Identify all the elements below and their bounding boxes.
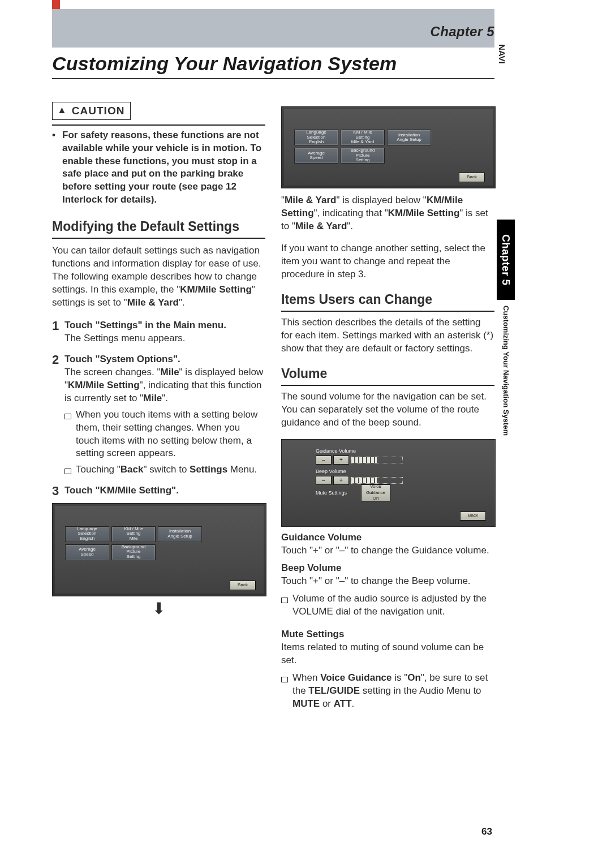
- nav-btn-install[interactable]: InstallationAngle Setup: [387, 130, 431, 145]
- nav-btn-bgpicture[interactable]: BackgroundPictureSetting: [341, 148, 385, 164]
- volume-intro: The sound volume for the navigation can …: [281, 390, 494, 429]
- volume-screenshot: Guidance Volume – + Beep Volume – + Mute…: [281, 439, 496, 527]
- gv-plus-button[interactable]: +: [333, 456, 349, 465]
- left-column: ▲ CAUTION • For safety reasons, these fu…: [52, 102, 265, 711]
- bv-minus-button[interactable]: –: [316, 476, 332, 485]
- gv-label: Guidance Volume: [316, 448, 356, 454]
- manual-page: Chapter 5 Customizing Your Navigation Sy…: [0, 0, 611, 868]
- mute-note-text: When Voice Guidance is "On", be sure to …: [292, 672, 494, 711]
- vol-note-1: Volume of the audio source is adjusted b…: [281, 592, 494, 618]
- caution-text: For safety reasons, these functions are …: [62, 129, 265, 207]
- step-1: 1 Touch "Settings" in the Main menu. The…: [52, 319, 265, 345]
- step-2: 2 Touch "System Options". The screen cha…: [52, 353, 265, 405]
- nav-btn-kmmile[interactable]: KM / MileSettingMile: [111, 526, 156, 542]
- vol-back-button[interactable]: Back: [460, 512, 486, 521]
- step-number-2: 2: [52, 353, 64, 405]
- step1-body: The Settings menu appears.: [64, 333, 186, 343]
- mute-note: When Voice Guidance is "On", be sure to …: [281, 672, 494, 711]
- heading-items-change: Items Users can Change: [281, 291, 494, 312]
- page-number: 63: [481, 826, 492, 837]
- side-subtitle: Customizing Your Navigation System: [502, 306, 510, 436]
- step2-note-2: Touching "Back" switch to Settings Menu.: [52, 463, 265, 476]
- nav-back-button[interactable]: Back: [230, 581, 256, 590]
- intro-paragraph: You can tailor default settings such as …: [52, 244, 265, 310]
- bv-label: Beep Volume: [316, 468, 346, 475]
- heading-volume: Volume: [281, 365, 494, 386]
- nav-btn-language[interactable]: LanguageSelectionEnglish: [65, 526, 109, 542]
- step3-lead: Touch "KM/Mile Setting".: [64, 485, 179, 496]
- right-para-2: If you want to change another setting, s…: [281, 242, 494, 281]
- caution-bullet: • For safety reasons, these functions ar…: [52, 129, 265, 207]
- note1-text: When you touch items with a setting belo…: [76, 409, 265, 461]
- step2-lead: Touch "System Options".: [64, 354, 180, 364]
- two-column-layout: ▲ CAUTION • For safety reasons, these fu…: [52, 102, 494, 711]
- caution-box: ▲ CAUTION: [52, 102, 131, 120]
- heading-modify-defaults: Modifying the Default Settings: [52, 218, 265, 239]
- vol-note1-text: Volume of the audio source is adjusted b…: [292, 592, 494, 618]
- nav-btn-avgspeed[interactable]: AverageSpeed: [294, 148, 338, 164]
- note-box-icon: [64, 409, 76, 461]
- step2-note-1: When you touch items with a setting belo…: [52, 409, 265, 461]
- step2-body: The screen changes. "Mile" is displayed …: [64, 367, 263, 403]
- right-para-1: "Mile & Yard" is displayed below "KM/Mil…: [281, 194, 494, 233]
- step-number-3: 3: [52, 484, 64, 498]
- side-chapter-tab: Chapter 5: [497, 220, 515, 300]
- section-tab-navi: NAVI: [497, 44, 507, 64]
- down-arrow-icon: ➡: [151, 600, 167, 616]
- note-box-icon: [281, 672, 292, 711]
- bv-row: – +: [316, 476, 403, 485]
- caution-rule: [52, 124, 265, 126]
- gv-row: – +: [316, 456, 403, 465]
- page-title: Customizing Your Navigation System: [52, 53, 494, 79]
- nav-back-button[interactable]: Back: [459, 173, 485, 182]
- note-box-icon: [64, 463, 76, 476]
- ms-label: Mute Settings: [316, 489, 347, 496]
- nav-btn-install[interactable]: InstallationAngle Setup: [158, 526, 202, 542]
- items-body: This section describes the details of th…: [281, 316, 494, 355]
- voice-guidance-button[interactable]: VoiceGuidanceOn: [361, 484, 390, 501]
- nav-screenshot-2: LanguageSelectionEnglish KM / MileSettin…: [281, 106, 496, 188]
- bv-heading: Beep Volume: [281, 562, 494, 575]
- kw-kmmile: KM/Mile Setting: [180, 284, 252, 295]
- step-3: 3 Touch "KM/Mile Setting".: [52, 484, 265, 498]
- mute-heading: Mute Settings: [281, 628, 494, 641]
- ms-row: VoiceGuidanceOn: [361, 488, 390, 497]
- bullet-dot: •: [52, 129, 62, 207]
- note2-text: Touching "Back" switch to Settings Menu.: [76, 463, 257, 476]
- gv-level-bar: [351, 457, 403, 463]
- nav-screenshot-1: LanguageSelectionEnglish KM / MileSettin…: [52, 503, 266, 596]
- header-band: [52, 9, 494, 48]
- nav-btn-bgpicture[interactable]: BackgroundPictureSetting: [111, 544, 156, 560]
- nav-btn-avgspeed[interactable]: AverageSpeed: [65, 544, 109, 560]
- caution-heading: CAUTION: [72, 104, 125, 118]
- kw-mileyard: Mile & Yard: [127, 297, 179, 308]
- warning-triangle-icon: ▲: [57, 104, 67, 117]
- right-column: LanguageSelectionEnglish KM / MileSettin…: [281, 102, 494, 711]
- intro-text-c: ".: [179, 297, 185, 308]
- note-box-icon: [281, 592, 292, 618]
- bv-level-bar: [351, 477, 403, 484]
- bv-plus-button[interactable]: +: [333, 476, 349, 485]
- gv-text: Touch "+" or "–" to change the Guidance …: [281, 544, 494, 557]
- step-number-1: 1: [52, 319, 64, 345]
- gv-minus-button[interactable]: –: [316, 456, 332, 465]
- gv-heading: Guidance Volume: [281, 531, 494, 544]
- nav-btn-kmmile[interactable]: KM / MileSettingMile & Yard: [341, 130, 385, 145]
- chapter-label: Chapter 5: [431, 24, 494, 40]
- bv-text: Touch "+" or "–" to change the Beep volu…: [281, 575, 494, 588]
- nav-btn-language[interactable]: LanguageSelectionEnglish: [294, 130, 338, 145]
- mute-body: Items related to muting of sound volume …: [281, 641, 494, 667]
- step1-lead: Touch "Settings" in the Main menu.: [64, 320, 226, 330]
